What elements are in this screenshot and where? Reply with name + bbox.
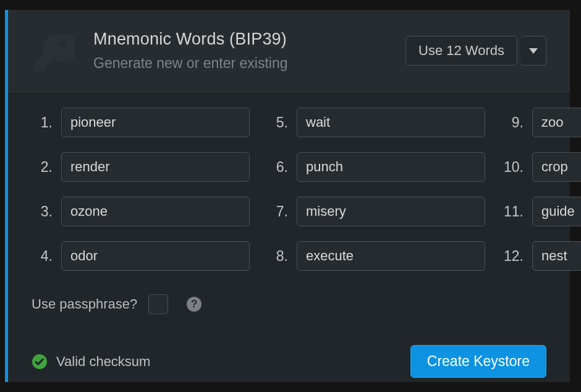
mnemonic-word-input[interactable]: [297, 108, 485, 137]
word-index: 10.: [503, 159, 524, 176]
mnemonic-slot: 7.: [267, 197, 485, 226]
check-circle-icon: [32, 354, 48, 370]
panel-footer: Valid checksum Create Keystore: [32, 345, 546, 378]
panel-title: Mnemonic Words (BIP39): [93, 30, 387, 49]
mnemonic-word-input[interactable]: [532, 152, 581, 182]
passphrase-checkbox[interactable]: [148, 294, 168, 314]
checksum-status-text: Valid checksum: [56, 354, 150, 370]
mnemonic-slot: 10.: [503, 152, 581, 182]
word-index: 12.: [503, 248, 524, 265]
mnemonic-slot: 3.: [32, 197, 250, 226]
word-index: 7.: [267, 203, 288, 220]
word-index: 8.: [267, 248, 288, 265]
word-index: 1.: [32, 114, 53, 131]
word-index: 4.: [32, 248, 53, 265]
word-count-selector: Use 12 Words: [405, 36, 546, 66]
passphrase-row: Use passphrase? ?: [32, 294, 546, 314]
create-keystore-button[interactable]: Create Keystore: [410, 345, 546, 378]
mnemonic-slot: 12.: [503, 241, 581, 271]
mnemonic-slot: 4.: [32, 241, 250, 271]
word-index: 5.: [267, 114, 288, 131]
mnemonic-word-input[interactable]: [61, 108, 250, 137]
mnemonic-slot: 8.: [267, 241, 485, 271]
key-icon: [32, 32, 75, 75]
word-index: 9.: [503, 114, 524, 131]
mnemonic-word-input[interactable]: [61, 241, 250, 271]
chevron-down-icon: [529, 48, 538, 54]
mnemonic-word-input[interactable]: [61, 152, 250, 182]
panel-header: Mnemonic Words (BIP39) Generate new or e…: [8, 10, 570, 93]
mnemonic-slot: 9.: [503, 108, 581, 137]
mnemonic-word-input[interactable]: [297, 152, 485, 182]
mnemonic-slot: 5.: [267, 108, 485, 137]
help-icon[interactable]: ?: [187, 297, 201, 312]
word-index: 11.: [503, 203, 524, 220]
mnemonic-word-input[interactable]: [532, 241, 581, 271]
mnemonic-word-input[interactable]: [61, 197, 250, 226]
panel-subtitle: Generate new or enter existing: [93, 55, 387, 72]
mnemonic-slot: 2.: [32, 152, 250, 182]
word-count-dropdown-toggle[interactable]: [520, 36, 546, 66]
mnemonic-slot: 11.: [503, 197, 581, 226]
mnemonic-panel: Mnemonic Words (BIP39) Generate new or e…: [5, 10, 570, 382]
mnemonic-grid: 1. 5. 9. 2. 6. 10.: [32, 108, 546, 271]
mnemonic-slot: 1.: [32, 108, 250, 137]
mnemonic-word-input[interactable]: [297, 197, 485, 226]
mnemonic-word-input[interactable]: [297, 241, 485, 271]
mnemonic-word-input[interactable]: [532, 108, 581, 137]
word-index: 3.: [32, 203, 53, 220]
header-titles: Mnemonic Words (BIP39) Generate new or e…: [93, 30, 387, 72]
checksum-status: Valid checksum: [32, 354, 150, 370]
mnemonic-slot: 6.: [267, 152, 485, 182]
panel-body: 1. 5. 9. 2. 6. 10.: [8, 93, 570, 391]
word-count-button[interactable]: Use 12 Words: [405, 36, 517, 66]
passphrase-label: Use passphrase?: [32, 296, 137, 312]
mnemonic-word-input[interactable]: [532, 197, 581, 226]
word-index: 2.: [32, 159, 53, 176]
word-index: 6.: [267, 159, 288, 176]
